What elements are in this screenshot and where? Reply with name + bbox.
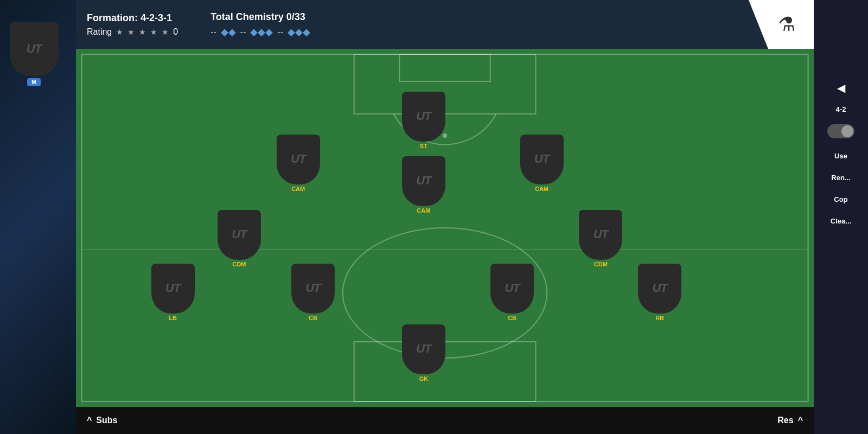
toggle-switch[interactable] [827,124,854,138]
player-cam-left-card: UT [277,135,320,183]
lab-icon: ⚗ [778,13,795,36]
diamond-icon-1: ◆◆ [221,26,236,38]
left-panel: UT M [0,0,76,434]
player-rb-card: UT [638,264,681,312]
player-cb-right-position: CB [508,315,516,321]
player-lb-card: UT [151,264,195,312]
player-cam-center-logo: UT [416,174,431,188]
chemistry-label: Total Chemistry 0/33 [210,11,310,23]
diamond-icon-2: ◆◆◆ [250,26,273,38]
star-2: ★ [127,28,135,36]
res-arrow: ^ [798,416,803,425]
player-cdm-left-logo: UT [232,227,246,241]
star-3: ★ [139,28,146,36]
subs-bar: ^ Subs Res ^ [76,407,814,434]
player-cdm-left-position: CDM [232,261,246,267]
player-rb-position: RB [655,315,664,321]
player-cam-right-logo: UT [534,152,549,166]
player-cb-left-position: CB [309,315,317,321]
rating-text: Rating [87,27,112,37]
res-button[interactable]: Res ^ [777,416,803,425]
chem-dash-2: -- [240,27,246,37]
player-cdm-right-logo: UT [593,227,608,241]
collapse-arrow[interactable]: ◀ [837,81,845,94]
player-cdm-right[interactable]: UT CDM [578,210,624,267]
top-bar: Formation: 4-2-3-1 Rating ★ ★ ★ ★ ★ 0 To… [76,0,814,49]
player-cb-left[interactable]: UT CB [290,264,336,321]
player-cdm-left-card: UT [218,210,261,259]
subs-arrow: ^ [87,416,92,425]
chemistry-info: Total Chemistry 0/33 -- ◆◆ -- ◆◆◆ -- ◆◆◆ [210,11,310,38]
formation-badge: 4-2 [836,105,846,113]
player-cb-left-logo: UT [305,281,320,295]
pitch: UT ST UT CAM UT CAM UT CAM UT C [76,49,814,407]
manager-card-body: UT [10,22,59,76]
player-cam-left[interactable]: UT CAM [275,135,321,192]
player-gk-position: GK [419,375,429,382]
main-area: Formation: 4-2-3-1 Rating ★ ★ ★ ★ ★ 0 To… [76,0,814,434]
player-cdm-right-card: UT [579,210,622,259]
use-button[interactable]: Use [834,152,847,160]
rename-button[interactable]: Ren... [831,174,850,182]
player-cam-center-position: CAM [417,207,430,214]
star-4: ★ [150,28,157,36]
diamond-icon-3: ◆◆◆ [288,26,310,38]
player-st-card: UT [402,92,445,141]
player-cam-center-card: UT [402,156,445,205]
manager-badge: M [27,78,40,86]
chem-dash-3: -- [277,27,283,37]
star-1: ★ [116,28,123,36]
player-st-position: ST [420,143,427,149]
player-rb[interactable]: UT RB [637,264,683,321]
player-st[interactable]: UT ST [400,92,446,149]
rating-value: 0 [173,27,178,37]
res-label: Res [777,416,793,425]
lab-icon-container[interactable]: ⚗ [749,0,814,49]
manager-ut-logo: UT [27,42,41,56]
player-gk-logo: UT [416,342,431,356]
chemistry-row: -- ◆◆ -- ◆◆◆ -- ◆◆◆ [210,26,310,38]
player-cb-right-logo: UT [505,281,519,295]
player-lb[interactable]: UT LB [150,264,196,321]
subs-label: Subs [96,416,117,425]
player-cb-left-card: UT [291,264,335,312]
formation-info: Formation: 4-2-3-1 Rating ★ ★ ★ ★ ★ 0 [87,12,178,37]
player-cam-right-position: CAM [535,186,548,192]
player-lb-position: LB [169,315,177,321]
player-cam-right-card: UT [520,135,564,183]
formation-label: Formation: 4-2-3-1 [87,12,178,24]
player-cb-right-card: UT [490,264,534,312]
player-cam-center[interactable]: UT CAM [400,156,446,214]
copy-button[interactable]: Cop [834,195,847,203]
player-rb-logo: UT [652,281,667,295]
clear-button[interactable]: Clea... [831,217,851,225]
player-gk[interactable]: UT GK [400,324,446,382]
star-5: ★ [162,28,169,36]
player-cam-left-logo: UT [291,152,305,166]
player-cam-right[interactable]: UT CAM [519,135,565,192]
manager-card[interactable]: UT M [8,22,60,86]
chem-dash-1: -- [210,27,216,37]
rating-row: Rating ★ ★ ★ ★ ★ 0 [87,27,178,37]
svg-rect-3 [399,54,490,81]
player-st-logo: UT [416,109,431,123]
player-cdm-right-position: CDM [594,261,608,267]
subs-button[interactable]: ^ Subs [87,416,117,425]
player-gk-card: UT [402,324,445,373]
right-panel: ◀ 4-2 Use Ren... Cop Clea... [814,0,868,434]
player-cdm-left[interactable]: UT CDM [216,210,262,267]
player-cb-right[interactable]: UT CB [489,264,535,321]
player-cam-left-position: CAM [291,186,305,192]
player-lb-logo: UT [165,281,180,295]
